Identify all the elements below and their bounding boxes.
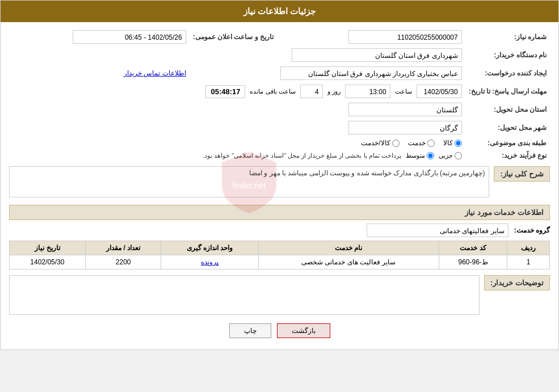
col-name: نام خدمت — [258, 241, 439, 255]
deadline-row: مهلت ارسال پاسخ: تا تاریخ: 1402/05/30 سا… — [9, 82, 550, 100]
button-row: بازگشت چاپ — [9, 315, 550, 344]
announce-date-label: تاریخ و ساعت اعلان عمومی: — [190, 28, 285, 46]
services-section-title: اطلاعات خدمات مورد نیاز — [9, 205, 550, 220]
print-button[interactable]: چاپ — [229, 323, 271, 338]
city-value-cell: گرگان — [9, 119, 465, 137]
announce-date-value-cell: 1402/05/26 - 06:45 — [9, 28, 190, 46]
cell-row: 1 — [507, 255, 550, 269]
deadline-time-label: ساعت — [395, 88, 412, 95]
category-label: طبقه بندی موضوعی: — [465, 137, 550, 149]
cell-name: سایر فعالیت های خدماتی شخصی — [258, 255, 439, 269]
province-value: گلستان — [348, 103, 462, 116]
cell-unit[interactable]: پرونده — [161, 255, 258, 269]
purchase-type-partial[interactable]: جزیی — [439, 152, 462, 159]
purchase-type-value-cell: جزیی متوسط پرداخت تمام یا بخشی از مبلغ خ… — [9, 149, 465, 162]
city-value: گرگان — [348, 121, 462, 134]
purchase-medium-label: متوسط — [406, 152, 425, 159]
buyer-notes-section: توضیحات خریدار: — [9, 275, 550, 315]
back-button[interactable]: بازگشت — [277, 323, 330, 338]
creator-value-cell: عباس بختیاری کاربرداز شهرداری فرق استان … — [190, 64, 465, 82]
page-title: جزئیات اطلاعات نیاز — [243, 6, 316, 16]
category-row: طبقه بندی موضوعی: کالا خدمت — [9, 137, 550, 149]
page-wrapper: جزئیات اطلاعات نیاز شماره نیاز: 11020502… — [0, 0, 559, 350]
cell-quantity: 2200 — [85, 255, 161, 269]
buyer-org-value-cell: شهرداری فرق استان گلستان — [9, 46, 465, 64]
creator-label: ایجاد کننده درخواست: — [465, 64, 550, 82]
category-option-service[interactable]: خدمت — [408, 139, 435, 147]
creator-row: ایجاد کننده درخواست: عباس بختیاری کاربرد… — [9, 64, 550, 82]
province-value-cell: گلستان — [9, 100, 465, 119]
buyer-notes-wrapper — [9, 275, 480, 315]
buyer-org-value: شهرداری فرق استان گلستان — [292, 48, 462, 62]
purchase-type-row: نوع فرآیند خرید: جزیی متوسط پرداخت تمام … — [9, 149, 550, 162]
buyer-notes-value — [9, 275, 480, 315]
timer-value: 05:48:17 — [205, 85, 245, 98]
need-number-row: شماره نیاز: 1102050255000007 تاریخ و ساع… — [9, 28, 550, 46]
need-number-value: 1102050255000007 — [348, 30, 462, 44]
buyer-notes-label: توضیحات خریدار: — [484, 275, 550, 290]
services-table-body: 1 ط-96-960 سایر فعالیت های خدماتی شخصی پ… — [10, 255, 550, 269]
description-section: شرح کلی نیاز: finder.net (چهارمین مرتبه)… — [9, 166, 550, 199]
services-header-row: ردیف کد خدمت نام خدمت واحد اندازه گیری ت… — [10, 241, 550, 255]
services-table: ردیف کد خدمت نام خدمت واحد اندازه گیری ت… — [9, 241, 550, 269]
col-unit: واحد اندازه گیری — [161, 241, 258, 255]
buyer-org-label: نام دستگاه خریدار: — [465, 46, 550, 64]
purchase-radio-partial[interactable] — [455, 152, 462, 159]
service-group-label: گروه خدمت: — [514, 226, 550, 234]
category-radio-both[interactable] — [392, 140, 400, 147]
description-wrapper: finder.net (چهارمین مرتبه) بارگذاری مدار… — [9, 166, 489, 199]
deadline-days: 4 — [300, 85, 323, 98]
deadline-days-label: روز و — [327, 88, 341, 95]
deadline-timer-row: 1402/05/30 ساعت 13:00 روز و 4 ساعت باقی … — [12, 85, 462, 98]
service-group-value: سایر فعالیتهای خدماتی — [367, 224, 508, 237]
announce-date-value: 1402/05/26 - 06:45 — [73, 30, 186, 44]
deadline-time: 13:00 — [345, 85, 390, 98]
category-option-both[interactable]: کالا/خدمت — [361, 139, 399, 147]
category-value-cell: کالا خدمت کالا/خدمت — [9, 137, 465, 149]
need-number-label: شماره نیاز: — [465, 28, 550, 46]
description-value: (چهارمین مرتبه) بارگذاری مدارک خواسته شد… — [249, 169, 485, 177]
col-row: ردیف — [507, 241, 550, 255]
timer-label: ساعت باقی مانده — [250, 88, 295, 95]
process-row: جزیی متوسط پرداخت تمام یا بخشی از مبلغ خ… — [12, 152, 462, 159]
city-row: شهر محل تحویل: گرگان — [9, 119, 550, 137]
col-code: کد خدمت — [439, 241, 507, 255]
purchase-type-note: پرداخت تمام یا بخشی از مبلغ خریدار از مح… — [203, 152, 401, 159]
category-option-goods[interactable]: کالا — [443, 139, 462, 147]
category-service-label: خدمت — [408, 139, 426, 147]
category-radio-group: کالا خدمت کالا/خدمت — [12, 139, 462, 147]
purchase-radio-medium[interactable] — [427, 152, 434, 159]
category-goods-label: کالا — [443, 139, 453, 147]
deadline-value-cell: 1402/05/30 ساعت 13:00 روز و 4 ساعت باقی … — [9, 82, 465, 100]
need-number-value-cell: 1102050255000007 — [285, 28, 465, 46]
category-both-label: کالا/خدمت — [361, 139, 390, 147]
services-table-header: ردیف کد خدمت نام خدمت واحد اندازه گیری ت… — [10, 241, 550, 255]
province-row: استان محل تحویل: گلستان — [9, 100, 550, 119]
page-header: جزئیات اطلاعات نیاز — [1, 1, 558, 22]
category-radio-service[interactable] — [427, 140, 435, 147]
description-label: شرح کلی نیاز: — [494, 166, 550, 182]
province-label: استان محل تحویل: — [465, 100, 550, 119]
contact-link-cell: اطلاعات تماس خریدار — [9, 64, 190, 82]
main-content: شماره نیاز: 1102050255000007 تاریخ و ساع… — [1, 22, 558, 349]
col-quantity: تعداد / مقدار — [85, 241, 161, 255]
purchase-partial-label: جزیی — [439, 152, 453, 159]
purchase-type-label: نوع فرآیند خرید: — [465, 149, 550, 162]
deadline-date: 1402/05/30 — [417, 85, 462, 98]
purchase-type-medium[interactable]: متوسط — [406, 152, 434, 159]
service-group-row: گروه خدمت: سایر فعالیتهای خدماتی — [9, 224, 550, 237]
deadline-label: مهلت ارسال پاسخ: تا تاریخ: — [465, 82, 550, 100]
buyer-org-row: نام دستگاه خریدار: شهرداری فرق استان گلس… — [9, 46, 550, 64]
category-radio-goods[interactable] — [455, 140, 462, 147]
cell-code: ط-96-960 — [439, 255, 507, 269]
creator-value: عباس بختیاری کاربرداز شهرداری فرق استان … — [280, 66, 462, 80]
col-date: تاریخ نیاز — [10, 241, 86, 255]
basic-info-table: شماره نیاز: 1102050255000007 تاریخ و ساع… — [9, 28, 550, 162]
city-label: شهر محل تحویل: — [465, 119, 550, 137]
cell-date: 1402/05/30 — [10, 255, 86, 269]
table-row: 1 ط-96-960 سایر فعالیت های خدماتی شخصی پ… — [10, 255, 550, 269]
contact-link[interactable]: اطلاعات تماس خریدار — [124, 69, 186, 77]
